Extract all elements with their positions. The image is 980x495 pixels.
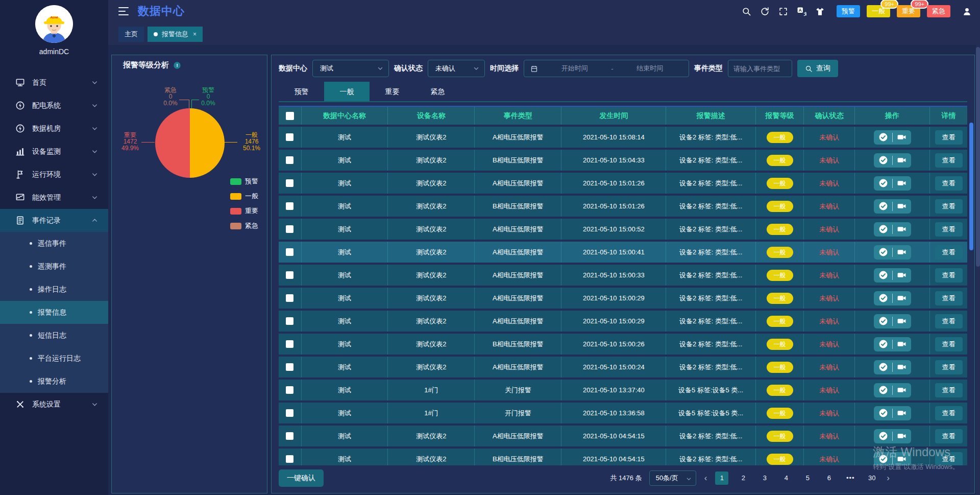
row-checkbox[interactable] xyxy=(286,432,293,440)
sidebar-menu-item[interactable]: 事件记录 xyxy=(0,209,108,232)
view-button[interactable]: 查看 xyxy=(935,314,963,328)
view-button[interactable]: 查看 xyxy=(935,337,963,351)
row-checkbox[interactable] xyxy=(286,294,293,302)
view-button[interactable]: 查看 xyxy=(935,291,963,305)
row-checkbox[interactable] xyxy=(286,386,293,394)
date-range-picker[interactable]: 开始时间 - 结束时间 xyxy=(524,60,689,77)
legend-item[interactable]: 紧急 xyxy=(230,221,258,230)
row-checkbox[interactable] xyxy=(286,271,293,279)
confirm-check-icon[interactable] xyxy=(878,339,888,349)
next-page-icon[interactable]: › xyxy=(886,473,891,483)
confirm-check-icon[interactable] xyxy=(878,201,888,211)
camera-icon[interactable] xyxy=(897,293,906,303)
legend-item[interactable]: 一般 xyxy=(230,192,258,201)
sidebar-submenu-item[interactable]: 短信日志 xyxy=(0,324,108,347)
pagination-ellipsis[interactable]: ••• xyxy=(844,472,857,485)
view-button[interactable]: 查看 xyxy=(935,360,963,374)
row-checkbox[interactable] xyxy=(286,156,293,164)
camera-icon[interactable] xyxy=(897,132,906,142)
confirm-check-icon[interactable] xyxy=(878,132,888,142)
sidebar-menu-item[interactable]: 运行环境 xyxy=(0,163,108,186)
refresh-icon[interactable] xyxy=(760,7,770,16)
menu-toggle-icon[interactable] xyxy=(118,7,129,15)
select-all-checkbox[interactable] xyxy=(286,112,294,120)
sidebar-menu-item[interactable]: 系统设置 xyxy=(0,393,108,416)
row-checkbox[interactable] xyxy=(286,248,293,256)
view-button[interactable]: 查看 xyxy=(935,176,963,191)
confirm-check-icon[interactable] xyxy=(878,408,888,418)
alarm-tab[interactable]: 重要 xyxy=(370,82,415,101)
alarm-count-button[interactable]: 紧急 xyxy=(927,5,950,17)
sidebar-menu-item[interactable]: 设备监测 xyxy=(0,140,108,163)
view-button[interactable]: 查看 xyxy=(935,130,963,145)
close-icon[interactable]: × xyxy=(193,31,197,38)
fullscreen-icon[interactable] xyxy=(778,7,788,16)
camera-icon[interactable] xyxy=(897,385,906,395)
confirm-all-button[interactable]: 一键确认 xyxy=(279,469,324,487)
sidebar-submenu-item[interactable]: 操作日志 xyxy=(0,278,108,301)
view-button[interactable]: 查看 xyxy=(935,268,963,282)
row-checkbox[interactable] xyxy=(286,340,293,348)
row-checkbox[interactable] xyxy=(286,317,293,325)
page-number[interactable]: 5 xyxy=(801,472,814,485)
confirm-check-icon[interactable] xyxy=(878,155,888,165)
page-number[interactable]: 2 xyxy=(737,472,750,485)
view-button[interactable]: 查看 xyxy=(935,406,963,420)
row-checkbox[interactable] xyxy=(286,363,293,371)
page-scrollbar[interactable] xyxy=(976,45,980,495)
view-button[interactable]: 查看 xyxy=(935,222,963,237)
row-checkbox[interactable] xyxy=(286,202,293,210)
camera-icon[interactable] xyxy=(897,362,906,372)
alarm-tab[interactable]: 一般 xyxy=(324,82,370,101)
alarm-count-button[interactable]: 一般 99+ xyxy=(867,5,890,17)
alarm-tab[interactable]: 预警 xyxy=(279,82,324,101)
camera-icon[interactable] xyxy=(897,431,906,441)
end-time-placeholder[interactable]: 结束时间 xyxy=(618,64,682,73)
confirm-check-icon[interactable] xyxy=(878,247,888,257)
alarm-count-button[interactable]: 预警 xyxy=(837,5,860,17)
user-icon[interactable] xyxy=(962,7,972,16)
page-size-select[interactable]: 50条/页 xyxy=(649,470,696,486)
tab-alarm-info[interactable]: 报警信息 × xyxy=(148,27,203,42)
view-button[interactable]: 查看 xyxy=(935,245,963,260)
event-type-input[interactable] xyxy=(728,60,792,77)
confirm-check-icon[interactable] xyxy=(878,316,888,326)
theme-icon[interactable] xyxy=(815,7,825,16)
sidebar-menu-item[interactable]: 数据机房 xyxy=(0,117,108,140)
page-number[interactable]: 30 xyxy=(865,472,878,485)
row-checkbox[interactable] xyxy=(286,179,293,187)
view-button[interactable]: 查看 xyxy=(935,199,963,214)
legend-item[interactable]: 预警 xyxy=(230,177,258,186)
confirm-check-icon[interactable] xyxy=(878,454,888,464)
sidebar-submenu-item[interactable]: 报警分析 xyxy=(0,370,108,393)
center-select[interactable]: 测试 xyxy=(312,60,389,77)
page-number[interactable]: 6 xyxy=(822,472,836,485)
camera-icon[interactable] xyxy=(897,408,906,418)
page-number[interactable]: 4 xyxy=(779,472,793,485)
confirm-check-icon[interactable] xyxy=(878,178,888,188)
camera-icon[interactable] xyxy=(897,270,906,280)
camera-icon[interactable] xyxy=(897,247,906,257)
camera-icon[interactable] xyxy=(897,316,906,326)
view-button[interactable]: 查看 xyxy=(935,153,963,168)
view-button[interactable]: 查看 xyxy=(935,383,963,397)
sidebar-submenu-item[interactable]: 报警信息 xyxy=(0,301,108,324)
view-button[interactable]: 查看 xyxy=(935,452,963,466)
camera-icon[interactable] xyxy=(897,454,906,464)
confirm-check-icon[interactable] xyxy=(878,362,888,372)
search-icon[interactable] xyxy=(742,7,751,16)
page-number[interactable]: 1 xyxy=(715,472,728,485)
alarm-count-button[interactable]: 重要 99+ xyxy=(897,5,920,17)
sidebar-menu-item[interactable]: 配电系统 xyxy=(0,94,108,117)
confirm-check-icon[interactable] xyxy=(878,224,888,234)
row-checkbox[interactable] xyxy=(286,225,293,233)
row-checkbox[interactable] xyxy=(286,133,293,141)
alarm-tab[interactable]: 紧急 xyxy=(415,82,460,101)
translate-icon[interactable]: A文 xyxy=(797,7,806,16)
camera-icon[interactable] xyxy=(897,224,906,234)
view-button[interactable]: 查看 xyxy=(935,429,963,443)
sidebar-menu-item[interactable]: 首页 xyxy=(0,71,108,94)
prev-page-icon[interactable]: ‹ xyxy=(703,473,708,483)
camera-icon[interactable] xyxy=(897,201,906,211)
legend-item[interactable]: 重要 xyxy=(230,206,258,216)
